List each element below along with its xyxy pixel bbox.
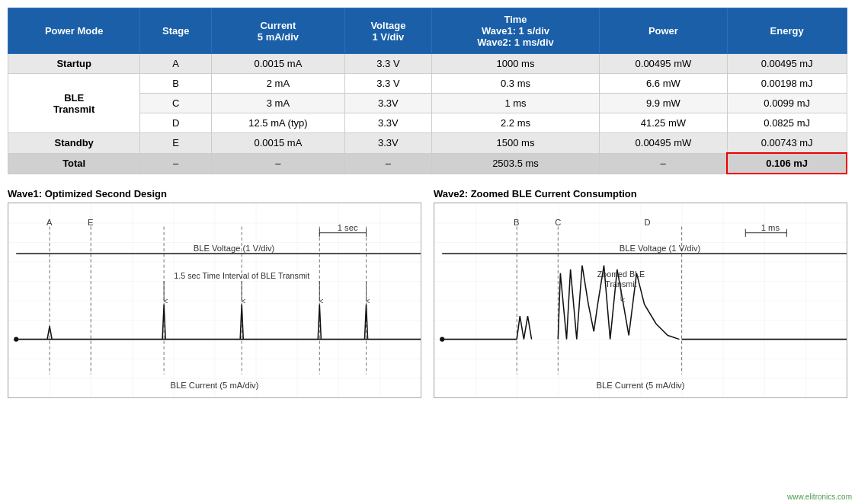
- cell-stage: E: [140, 133, 212, 154]
- cell-voltage: 3.3V: [344, 113, 431, 133]
- marker-e-label: E: [88, 218, 93, 227]
- cell-power-mode: Startup: [8, 54, 140, 74]
- cell-time: 1 ms: [431, 94, 599, 113]
- svg-point-22: [440, 337, 444, 342]
- cell-time: 0.3 ms: [431, 74, 599, 94]
- col-header-time: TimeWave1: 1 s/divWave2: 1 ms/div: [431, 8, 599, 54]
- cell-current: 12.5 mA (typ): [212, 113, 345, 133]
- marker-d-label: D: [645, 218, 651, 227]
- wave1-title: Wave1: Optimized Second Design: [8, 188, 421, 199]
- wave2-zoomed-label: Zoomed BLE: [597, 270, 645, 279]
- marker-a-label: A: [46, 218, 53, 227]
- cell-stage: B: [140, 74, 212, 94]
- cell-stage: A: [140, 54, 212, 74]
- svg-point-10: [14, 337, 18, 342]
- cell-energy: 0.0825 mJ: [727, 113, 847, 133]
- cell-current: 0.0015 mA: [212, 54, 345, 74]
- wave1-interval-label: 1.5 sec Time Interval of BLE Transmit: [174, 271, 309, 280]
- cell-power-mode: Total: [8, 153, 140, 174]
- col-header-power-mode: Power Mode: [8, 8, 140, 54]
- wave1-current-label: BLE Current (5 mA/div): [171, 381, 259, 390]
- cell-power: 6.6 mW: [600, 74, 728, 94]
- cell-current: 3 mA: [212, 94, 345, 113]
- cell-power: 0.00495 mW: [600, 133, 728, 154]
- wave1-time-label: 1 sec: [338, 223, 358, 232]
- wave1-svg: 1 sec A E BLE Voltage (1 V/div): [8, 203, 421, 398]
- cell-power-mode-ble: BLETransmit: [8, 74, 140, 133]
- table-row: Startup A 0.0015 mA 3.3 V 1000 ms 0.0049…: [8, 54, 847, 74]
- cell-voltage: 3.3V: [344, 133, 431, 154]
- cell-power: 9.9 mW: [600, 94, 728, 113]
- col-header-current: Current5 mA/div: [212, 8, 345, 54]
- cell-stage: –: [140, 153, 212, 174]
- cell-voltage: 3.3 V: [344, 74, 431, 94]
- cell-voltage: 3.3V: [344, 94, 431, 113]
- wave1-panel: Wave1: Optimized Second Design 1: [8, 188, 421, 400]
- cell-voltage: 3.3 V: [344, 54, 431, 74]
- waves-section: Wave1: Optimized Second Design 1: [8, 188, 847, 400]
- cell-time: 2.2 ms: [431, 113, 599, 133]
- cell-power-mode: Standby: [8, 133, 140, 154]
- table-row: BLETransmit B 2 mA 3.3 V 0.3 ms 6.6 mW 0…: [8, 74, 847, 94]
- wave2-time-label: 1 ms: [761, 223, 780, 232]
- wave2-title: Wave2: Zoomed BLE Current Consumption: [434, 188, 847, 199]
- cell-energy: 0.00198 mJ: [727, 74, 847, 94]
- cell-stage: D: [140, 113, 212, 133]
- col-header-stage: Stage: [140, 8, 212, 54]
- col-header-energy: Energy: [727, 8, 847, 54]
- marker-b-label: B: [514, 218, 519, 227]
- cell-current: –: [212, 153, 345, 174]
- cell-energy: 0.00743 mJ: [727, 133, 847, 154]
- cell-voltage: –: [344, 153, 431, 174]
- wave1-voltage-label: BLE Voltage (1 V/div): [194, 244, 275, 253]
- cell-power: –: [600, 153, 728, 174]
- wave2-panel: Wave2: Zoomed BLE Current Consumption: [434, 188, 847, 400]
- power-table: Power Mode Stage Current5 mA/div Voltage…: [8, 8, 847, 174]
- cell-time: 2503.5 ms: [431, 153, 599, 174]
- wave2-svg: 1 ms B C D BLE Voltage (1 V/div) Zoomed …: [434, 203, 847, 398]
- cell-power: 41.25 mW: [600, 113, 728, 133]
- cell-stage: C: [140, 94, 212, 113]
- cell-current: 0.0015 mA: [212, 133, 345, 154]
- cell-energy-total: 0.106 mJ: [727, 153, 847, 174]
- cell-current: 2 mA: [212, 74, 345, 94]
- col-header-power: Power: [600, 8, 728, 54]
- table-row-total: Total – – – 2503.5 ms – 0.106 mJ: [8, 153, 847, 174]
- wave2-transmit-label: Transmit: [605, 279, 636, 289]
- cell-time: 1000 ms: [431, 54, 599, 74]
- marker-c-label: C: [555, 218, 561, 227]
- table-row: Standby E 0.0015 mA 3.3V 1500 ms 0.00495…: [8, 133, 847, 154]
- cell-energy: 0.00495 mJ: [727, 54, 847, 74]
- wave2-current-label: BLE Current (5 mA/div): [597, 381, 685, 390]
- cell-time: 1500 ms: [431, 133, 599, 154]
- col-header-voltage: Voltage1 V/div: [344, 8, 431, 54]
- cell-power: 0.00495 mW: [600, 54, 728, 74]
- cell-energy: 0.0099 mJ: [727, 94, 847, 113]
- wave2-voltage-label: BLE Voltage (1 V/div): [620, 244, 701, 253]
